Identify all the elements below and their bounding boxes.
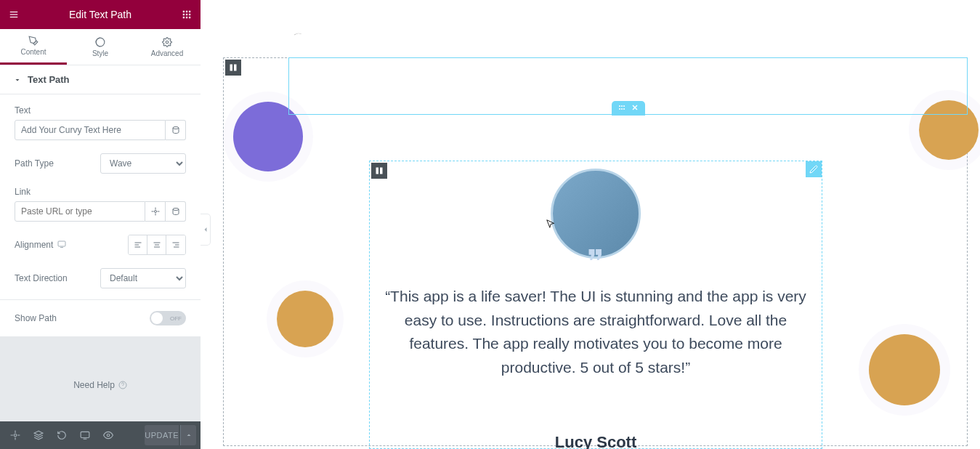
svg-rect-46 [380,168,383,174]
toggle-state-label: OFF [170,315,182,322]
svg-rect-4 [186,11,187,12]
textpath-widget[interactable] [288,57,968,115]
panel-tabs: Content Style Advanced [0,29,201,65]
settings-button[interactable] [4,421,26,449]
svg-rect-35 [234,65,237,71]
history-button[interactable] [51,421,73,449]
avatar [277,291,333,347]
responsive-button[interactable] [74,421,96,449]
align-right-button[interactable] [166,235,185,254]
dynamic-tags-button[interactable] [166,120,186,140]
svg-point-36 [619,105,620,107]
svg-rect-17 [58,241,65,246]
svg-rect-31 [81,432,89,437]
tab-content[interactable]: Content [0,29,67,65]
svg-rect-8 [189,14,190,15]
curvy-text-svg: Add Your Curvy Text Here [294,29,304,39]
pathtype-select[interactable]: Wave [100,153,186,174]
link-input[interactable] [15,201,145,222]
editor-canvas: Add Your Curvy Text Here ❞ “This app is … [211,0,980,449]
svg-point-30 [14,434,17,437]
svg-rect-10 [186,17,187,18]
svg-text:Add Your Curvy Text Here: Add Your Curvy Text Here [294,33,302,35]
tab-style-label: Style [92,49,108,57]
tab-advanced-label: Advanced [151,49,183,57]
control-showpath: Show Path OFF [15,311,186,325]
svg-point-33 [107,434,110,437]
section-header[interactable]: Text Path [0,65,201,94]
svg-point-16 [173,209,179,211]
svg-rect-5 [189,11,190,12]
widget-handle[interactable] [612,101,645,116]
svg-point-40 [621,108,623,110]
quote-icon: ❞ [587,243,604,280]
update-caret[interactable] [180,425,196,445]
align-center-button[interactable] [147,235,166,254]
control-link: Link [15,187,186,222]
section-title: Text Path [28,74,70,85]
svg-rect-3 [183,11,185,12]
edit-section-button[interactable] [806,161,822,177]
panel-section: Text Path Text Path Type Wave Link [0,65,201,336]
need-help-label: Need Help [73,380,115,390]
pathtype-label: Path Type [15,158,54,169]
avatar [869,334,940,405]
showpath-label: Show Path [15,313,57,323]
svg-rect-11 [189,17,190,18]
section-handle[interactable] [225,60,241,76]
svg-rect-9 [183,17,185,18]
text-label: Text [15,105,186,116]
need-help-link[interactable]: Need Help [73,380,127,390]
svg-point-15 [154,211,156,213]
sidebar-footer: UPDATE [0,421,201,449]
apps-icon[interactable] [180,8,193,21]
svg-rect-34 [230,65,233,71]
tab-style[interactable]: Style [67,29,134,65]
cursor-icon [546,217,556,231]
drag-icon[interactable] [617,103,626,114]
control-text: Text [15,105,186,140]
sidebar-title: Edit Text Path [20,9,180,20]
section-body: Text Path Type Wave Link [0,94,201,299]
responsive-icon[interactable] [57,240,66,251]
svg-rect-6 [183,14,185,15]
menu-icon[interactable] [7,8,20,21]
svg-point-37 [621,105,623,107]
svg-rect-7 [186,14,187,15]
alignment-label: Alignment [15,240,53,250]
svg-point-41 [623,108,625,110]
control-pathtype: Path Type Wave [15,153,186,174]
showpath-toggle[interactable]: OFF [150,311,186,325]
collapse-sidebar-button[interactable] [201,214,211,246]
svg-point-13 [166,41,169,44]
svg-point-14 [173,127,179,129]
preview-button[interactable] [97,421,119,449]
sidebar-header: Edit Text Path [0,0,201,29]
testimonial-name: Lucy Scott [370,433,822,449]
update-button[interactable]: UPDATE [145,425,179,445]
sidebar-filler: Need Help [0,336,201,421]
svg-rect-45 [376,168,379,174]
dynamic-link-button[interactable] [166,201,186,222]
section-handle[interactable] [371,163,387,179]
svg-point-38 [623,105,625,107]
testimonial-section[interactable]: ❞ “This app is a life saver! The UI is s… [369,161,822,449]
control-textdir: Text Direction Default [15,268,186,288]
link-label: Link [15,187,186,197]
text-input[interactable] [15,120,166,140]
navigator-button[interactable] [28,421,49,449]
editor-sidebar: Edit Text Path Content Style Advanced Te… [0,0,201,449]
close-icon[interactable] [631,103,639,114]
tab-content-label: Content [20,48,46,56]
link-options-button[interactable] [145,201,166,222]
control-alignment: Alignment [15,235,186,255]
align-left-button[interactable] [129,235,147,254]
curvy-text-content: Add Your Curvy Text Here [294,33,302,35]
testimonial-text: “This app is a life saver! The UI is stu… [381,285,811,379]
svg-point-39 [619,108,620,110]
textdir-label: Text Direction [15,273,68,283]
textdir-select[interactable]: Default [100,268,186,288]
tab-advanced[interactable]: Advanced [134,29,201,65]
